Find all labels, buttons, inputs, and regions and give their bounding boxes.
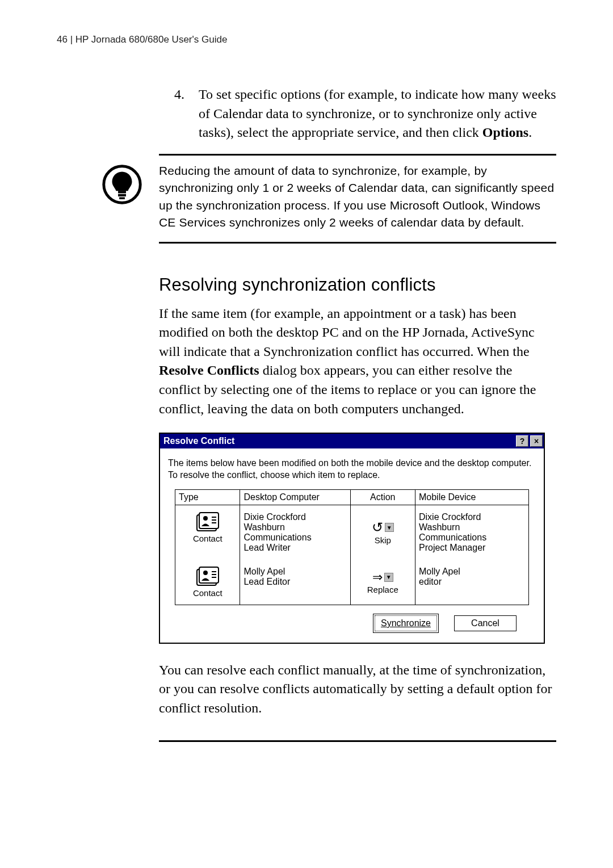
col-action: Action	[351, 490, 415, 505]
dropdown-icon[interactable]: ▼	[384, 573, 393, 582]
step-text: To set specific options (for example, to…	[199, 85, 556, 142]
step-4: 4. To set specific options (for example,…	[159, 85, 556, 142]
page: 46 | HP Jornada 680/680e User's Guide 4.…	[0, 0, 613, 868]
action-cell[interactable]: ↺ ▼ Skip	[351, 505, 415, 560]
dialog-body: The items below have been modified on bo…	[160, 448, 544, 643]
lightbulb-icon	[102, 165, 142, 204]
action-label: Replace	[367, 585, 398, 594]
svg-point-6	[203, 516, 208, 521]
page-header: 46 | HP Jornada 680/680e User's Guide	[57, 34, 556, 45]
skip-arrow-icon: ↺	[372, 519, 383, 535]
svg-rect-3	[119, 197, 125, 199]
step-number: 4.	[159, 85, 199, 142]
divider-top	[159, 154, 556, 156]
contact-icon	[196, 567, 220, 588]
content-lower: Resolving synchronization conflicts If t…	[159, 242, 556, 743]
col-type: Type	[175, 490, 240, 505]
action-cell[interactable]: ⇒ ▼ Replace	[351, 560, 415, 605]
resolve-conflict-dialog: Resolve Conflict ? × The items below hav…	[159, 433, 545, 644]
type-cell: Contact	[175, 560, 240, 605]
tip-text: Reducing the amount of data to synchroni…	[159, 162, 556, 232]
synchronize-button[interactable]: Synchronize	[375, 615, 437, 631]
table-row: Contact Dixie Crockford Washburn Communi…	[175, 505, 528, 560]
section-para-1: If the same item (for example, an appoin…	[159, 304, 556, 419]
svg-rect-1	[118, 191, 126, 193]
contact-icon	[196, 512, 220, 534]
footer-rule	[159, 740, 556, 742]
cancel-button[interactable]: Cancel	[454, 615, 517, 631]
tip-row: Reducing the amount of data to synchroni…	[57, 162, 556, 232]
col-desktop: Desktop Computer	[240, 490, 350, 505]
desktop-cell: Dixie Crockford Washburn Communications …	[240, 505, 350, 560]
dropdown-icon[interactable]: ▼	[385, 523, 394, 532]
dialog-buttons: Synchronize Cancel	[168, 605, 536, 635]
dialog-titlebar: Resolve Conflict ? ×	[160, 434, 544, 448]
desktop-cell: Molly Apel Lead Editor	[240, 560, 350, 605]
close-button[interactable]: ×	[530, 435, 543, 447]
type-label: Contact	[193, 588, 222, 598]
mobile-cell: Molly Apel editor	[415, 560, 528, 605]
help-button[interactable]: ?	[516, 435, 528, 447]
dialog-intro: The items below have been modified on bo…	[168, 458, 536, 481]
svg-rect-2	[118, 194, 126, 196]
mobile-cell: Dixie Crockford Washburn Communications …	[415, 505, 528, 560]
page-number: 46	[57, 34, 68, 45]
table-row: Contact Molly Apel Lead Editor ⇒ ▼ Repla…	[175, 560, 528, 605]
svg-point-12	[203, 571, 208, 575]
replace-arrow-icon: ⇒	[372, 570, 383, 585]
conflict-table: Type Desktop Computer Action Mobile Devi…	[175, 489, 529, 605]
type-cell: Contact	[175, 505, 240, 560]
dialog-title: Resolve Conflict	[163, 436, 516, 446]
type-label: Contact	[193, 534, 222, 543]
divider-bottom	[159, 242, 556, 244]
action-label: Skip	[375, 535, 391, 545]
guide-title: HP Jornada 680/680e User's Guide	[75, 34, 228, 45]
content: 4. To set specific options (for example,…	[159, 85, 556, 156]
col-mobile: Mobile Device	[415, 490, 528, 505]
table-header: Type Desktop Computer Action Mobile Devi…	[175, 490, 528, 505]
section-para-2: You can resolve each conflict manually, …	[159, 661, 556, 718]
section-heading: Resolving synchronization conflicts	[159, 275, 556, 295]
